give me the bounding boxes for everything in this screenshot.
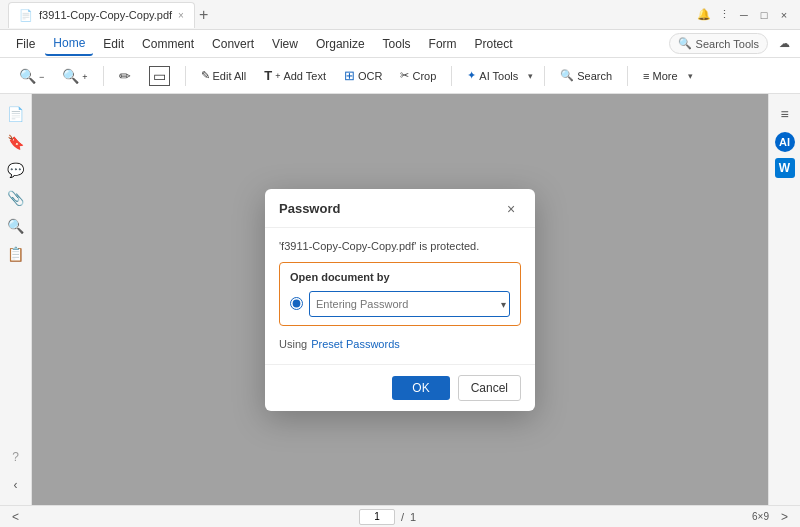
sidebar-comment-icon[interactable]: 💬 [4, 158, 28, 182]
maximize-btn[interactable]: □ [756, 7, 772, 23]
ai-tools-button[interactable]: ✦ AI Tools [460, 65, 525, 86]
menu-home[interactable]: Home [45, 32, 93, 56]
sidebar-help-icon[interactable]: ? [4, 445, 28, 469]
edit-all-icon: ✎ [201, 69, 210, 82]
page-total: 1 [410, 511, 416, 523]
zoom-out-icon: 🔍 [19, 68, 36, 84]
bottom-bar: < / 1 6×9 > [0, 505, 800, 527]
modal-overlay: Password × 'f3911-Copy-Copy-Copy.pdf' is… [32, 94, 768, 505]
content-area: Password × 'f3911-Copy-Copy-Copy.pdf' is… [32, 94, 768, 505]
zoom-out-button[interactable]: 🔍− [12, 64, 51, 88]
tab-close-btn[interactable]: × [178, 10, 184, 21]
more-group: ≡ More ▾ [636, 66, 695, 86]
modal-description: 'f3911-Copy-Copy-Copy.pdf' is protected. [279, 240, 521, 252]
search-tools-label: Search Tools [696, 38, 759, 50]
panel-settings-icon[interactable]: ≡ [773, 102, 797, 126]
title-bar: 📄 f3911-Copy-Copy-Copy.pdf × + 🔔 ⋮ ─ □ × [0, 0, 800, 30]
search-tools-btn[interactable]: 🔍 Search Tools [669, 33, 768, 54]
entering-password-radio[interactable] [290, 297, 303, 310]
password-input[interactable] [309, 291, 510, 317]
notification-btn[interactable]: 🔔 [696, 7, 712, 23]
rectangle-button[interactable]: ▭ [142, 62, 177, 90]
password-modal: Password × 'f3911-Copy-Copy-Copy.pdf' is… [265, 189, 535, 411]
tab-area: 📄 f3911-Copy-Copy-Copy.pdf × + [8, 2, 696, 28]
close-btn[interactable]: × [776, 7, 792, 23]
toolbar-search-icon: 🔍 [560, 69, 574, 82]
nav-prev-button[interactable]: < [8, 510, 23, 524]
open-document-box: Open document by ▾ [279, 262, 521, 326]
sidebar-layers-icon[interactable]: 📋 [4, 242, 28, 266]
active-tab[interactable]: 📄 f3911-Copy-Copy-Copy.pdf × [8, 2, 195, 28]
ai-tools-icon: ✦ [467, 69, 476, 82]
highlight-icon: ✏ [119, 68, 131, 84]
menu-edit[interactable]: Edit [95, 33, 132, 55]
edit-all-button[interactable]: ✎ Edit All [194, 65, 254, 86]
modal-footer: OK Cancel [265, 364, 535, 411]
divider-5 [627, 66, 628, 86]
sidebar-right: ≡ AI W [768, 94, 800, 505]
preset-passwords-row: Using Preset Passwords [279, 336, 521, 352]
add-text-icon: T [264, 68, 272, 83]
password-input-wrap: ▾ [309, 291, 510, 317]
window-controls: 🔔 ⋮ ─ □ × [696, 7, 792, 23]
sidebar-collapse-icon[interactable]: ‹ [4, 473, 28, 497]
tab-label: f3911-Copy-Copy-Copy.pdf [39, 9, 172, 21]
add-text-button[interactable]: T+ Add Text [257, 64, 333, 87]
sidebar-page-icon[interactable]: 📄 [4, 102, 28, 126]
search-button[interactable]: 🔍 Search [553, 65, 619, 86]
menu-bar: File Home Edit Comment Convert View Orga… [0, 30, 800, 58]
modal-body: 'f3911-Copy-Copy-Copy.pdf' is protected.… [265, 228, 535, 364]
page-separator: / [401, 511, 404, 523]
more-arrow[interactable]: ▾ [685, 67, 696, 85]
ocr-icon: ⊞ [344, 68, 355, 83]
divider-2 [185, 66, 186, 86]
zoom-in-button[interactable]: 🔍+ [55, 64, 94, 88]
divider-4 [544, 66, 545, 86]
toolbar: 🔍− 🔍+ ✏ ▭ ✎ Edit All T+ Add Text ⊞ OCR ✂… [0, 58, 800, 94]
nav-next-button[interactable]: > [777, 510, 792, 524]
crop-icon: ✂ [400, 69, 409, 82]
open-document-label: Open document by [290, 271, 510, 283]
ai-tools-arrow[interactable]: ▾ [525, 67, 536, 85]
menu-tools[interactable]: Tools [375, 33, 419, 55]
modal-title: Password [279, 201, 340, 216]
ai-tools-group: ✦ AI Tools ▾ [460, 65, 536, 86]
rectangle-icon: ▭ [149, 66, 170, 86]
search-icon: 🔍 [678, 37, 692, 50]
menu-view[interactable]: View [264, 33, 306, 55]
ocr-button[interactable]: ⊞ OCR [337, 64, 389, 87]
menu-protect[interactable]: Protect [467, 33, 521, 55]
sidebar-attachment-icon[interactable]: 📎 [4, 186, 28, 210]
ai-sidebar-button[interactable]: AI [775, 132, 795, 152]
divider-1 [103, 66, 104, 86]
cancel-button[interactable]: Cancel [458, 375, 521, 401]
ok-button[interactable]: OK [392, 376, 449, 400]
sidebar-search-icon[interactable]: 🔍 [4, 214, 28, 238]
pdf-icon: 📄 [19, 9, 33, 22]
menu-convert[interactable]: Convert [204, 33, 262, 55]
zoom-in-icon: 🔍 [62, 68, 79, 84]
more-icon: ≡ [643, 70, 649, 82]
sidebar-bookmark-icon[interactable]: 🔖 [4, 130, 28, 154]
menu-organize[interactable]: Organize [308, 33, 373, 55]
main-area: 📄 🔖 💬 📎 🔍 📋 ? ‹ Password × 'f3911-Copy-C… [0, 94, 800, 505]
new-tab-button[interactable]: + [199, 6, 208, 24]
cloud-btn[interactable]: ☁ [776, 36, 792, 52]
word-sidebar-button[interactable]: W [775, 158, 795, 178]
more-button[interactable]: ≡ More [636, 66, 684, 86]
page-number-input[interactable] [359, 509, 395, 525]
highlight-button[interactable]: ✏ [112, 64, 138, 88]
menu-btn[interactable]: ⋮ [716, 7, 732, 23]
sidebar-left: 📄 🔖 💬 📎 🔍 📋 ? ‹ [0, 94, 32, 505]
crop-button[interactable]: ✂ Crop [393, 65, 443, 86]
menu-form[interactable]: Form [421, 33, 465, 55]
minimize-btn[interactable]: ─ [736, 7, 752, 23]
menu-file[interactable]: File [8, 33, 43, 55]
zoom-display: 6×9 [752, 511, 769, 522]
password-radio-row: ▾ [290, 291, 510, 317]
preset-passwords-link[interactable]: Preset Passwords [311, 338, 400, 350]
menu-comment[interactable]: Comment [134, 33, 202, 55]
password-toggle-button[interactable]: ▾ [501, 298, 506, 309]
divider-3 [451, 66, 452, 86]
modal-close-button[interactable]: × [501, 199, 521, 219]
